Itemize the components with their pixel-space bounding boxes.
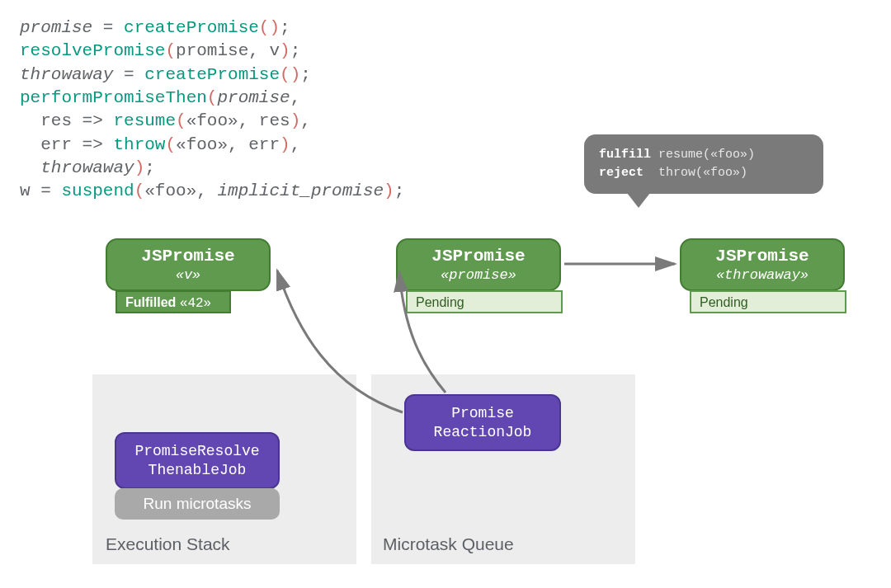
code-t: (): [280, 65, 300, 84]
promise-reaction-job: Promise ReactionJob: [404, 394, 561, 451]
status-label: Pending: [700, 295, 748, 309]
bubble-kw: reject: [599, 166, 644, 180]
code-t: ;: [394, 181, 405, 200]
bubble-text: throw(«foo»): [644, 166, 747, 180]
code-t: ;: [300, 65, 311, 84]
promise-title: JSPromise: [116, 247, 261, 266]
job-line: PromiseResolve: [130, 442, 265, 461]
code-t: ): [280, 41, 290, 60]
code-t: res =>: [20, 111, 113, 130]
promise-sub: «throwaway»: [690, 267, 835, 283]
code-t: (: [134, 181, 145, 200]
bubble-tail: [627, 193, 650, 208]
code-t: ): [290, 111, 301, 130]
run-label: Run microtasks: [144, 495, 252, 512]
code-t: =: [92, 18, 124, 37]
code-t: err =>: [20, 135, 113, 154]
promise-v-status: Fulfilled «42»: [116, 290, 231, 313]
promise-sub: «promise»: [406, 267, 551, 283]
code-t: [20, 158, 40, 177]
promise-sub: «v»: [116, 267, 261, 283]
code-block: promise = createPromise(); resolvePromis…: [20, 16, 404, 204]
code-t: ): [280, 135, 290, 154]
status-label: Fulfilled: [125, 295, 180, 309]
job-line: Promise: [419, 404, 546, 423]
code-t: resolvePromise: [20, 41, 165, 60]
reaction-bubble: fulfill resume(«foo») reject throw(«foo»…: [584, 134, 823, 194]
execution-stack-label: Execution Stack: [106, 534, 230, 554]
promise-promise-box: JSPromise «promise»: [396, 238, 561, 291]
code-t: (: [207, 88, 218, 107]
code-t: implicit_promise: [217, 181, 384, 200]
promise-v-box: JSPromise «v»: [106, 238, 271, 291]
code-t: promise: [217, 88, 290, 107]
code-t: throwaway: [20, 65, 113, 84]
job-line: ReactionJob: [419, 423, 546, 442]
code-t: throw: [113, 135, 165, 154]
code-t: ,: [290, 135, 301, 154]
code-t: createPromise: [144, 65, 280, 84]
job-line: ThenableJob: [130, 461, 265, 480]
code-t: ,: [300, 111, 311, 130]
code-t: ;: [144, 158, 155, 177]
promise-title: JSPromise: [406, 247, 551, 266]
run-microtasks-box: Run microtasks: [115, 488, 280, 520]
code-t: resume: [113, 111, 176, 130]
bubble-text: resume(«foo»): [651, 148, 755, 162]
code-t: =: [113, 65, 144, 84]
code-t: ;: [290, 41, 301, 60]
status-label: Pending: [416, 295, 464, 309]
promise-throwaway-box: JSPromise «throwaway»: [680, 238, 845, 291]
code-t: «foo», res: [186, 111, 290, 130]
code-t: performPromiseThen: [20, 88, 207, 107]
code-t: ,: [290, 88, 301, 107]
code-t: (: [176, 111, 186, 130]
code-t: ;: [280, 18, 290, 37]
microtask-queue-label: Microtask Queue: [383, 534, 514, 554]
promise-title: JSPromise: [690, 247, 835, 266]
code-t: ): [134, 158, 145, 177]
code-t: «foo», err: [176, 135, 280, 154]
code-t: (: [165, 41, 176, 60]
promise-throwaway-status: Pending: [690, 290, 846, 313]
promise-resolve-thenable-job: PromiseResolve ThenableJob: [115, 432, 280, 489]
code-t: throwaway: [40, 158, 134, 177]
code-t: (: [165, 135, 176, 154]
code-t: promise, v: [176, 41, 280, 60]
promise-promise-status: Pending: [406, 290, 563, 313]
code-t: suspend: [61, 181, 134, 200]
code-t: promise: [20, 18, 92, 37]
code-t: (): [259, 18, 280, 37]
code-t: w =: [20, 181, 61, 200]
code-t: createPromise: [124, 18, 259, 37]
bubble-kw: fulfill: [599, 148, 651, 162]
code-t: «foo»,: [144, 181, 217, 200]
code-t: ): [384, 181, 394, 200]
status-val: «42»: [180, 296, 211, 311]
